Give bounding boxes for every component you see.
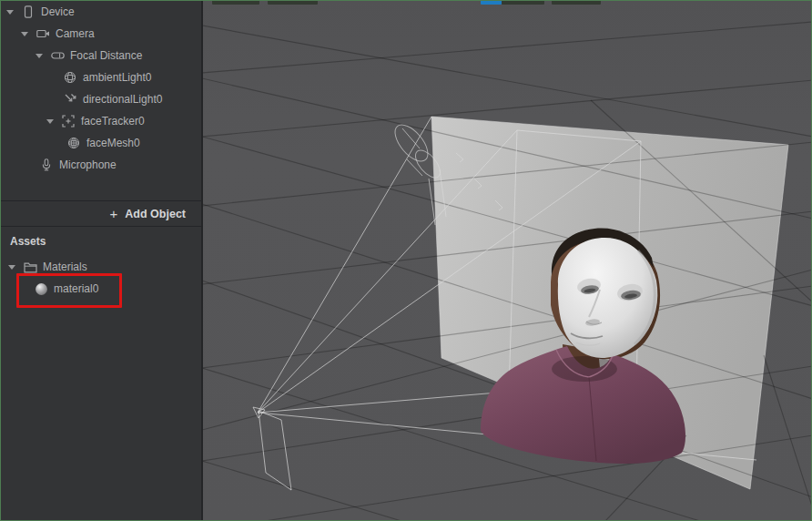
tree-item-label: Camera: [56, 27, 95, 40]
3d-viewport[interactable]: [203, 1, 812, 520]
tree-item-label: ambientLight0: [83, 71, 151, 84]
ambient-light-icon: [63, 70, 77, 85]
disclosure-triangle[interactable]: [36, 54, 50, 58]
device-phone-icon: [21, 5, 36, 19]
toolbar-button-remnant[interactable]: [212, 1, 259, 5]
focal-distance-icon: [50, 48, 65, 63]
tree-item-device[interactable]: Device: [1, 1, 201, 23]
tree-item-directional-light[interactable]: directionalLight0: [1, 88, 201, 110]
tree-item-label: Microphone: [59, 158, 117, 171]
assets-panel: Assets Materials material0: [1, 228, 201, 300]
tree-item-label: faceMesh0: [86, 137, 140, 149]
toolbar-button-remnant[interactable]: [502, 1, 544, 5]
plus-icon: +: [110, 206, 118, 221]
app-window: Device Camera Focal Distance: [0, 0, 812, 521]
tree-item-label: faceTracker0: [81, 115, 145, 128]
material-sphere-icon: [34, 281, 48, 296]
folder-icon: [23, 260, 37, 274]
tree-item-camera[interactable]: Camera: [1, 23, 201, 45]
add-object-button[interactable]: + Add Object: [1, 200, 201, 227]
assets-panel-title: Assets: [1, 228, 201, 253]
tree-item-ambient-light[interactable]: ambientLight0: [1, 66, 201, 88]
face-tracker-icon: [61, 114, 76, 128]
disclosure-triangle[interactable]: [46, 119, 61, 124]
scene-assets-panel: Device Camera Focal Distance: [1, 1, 201, 520]
add-object-label: Add Object: [125, 208, 186, 220]
microphone-icon: [39, 158, 54, 172]
disclosure-triangle[interactable]: [6, 10, 21, 15]
tree-item-face-mesh[interactable]: faceMesh0: [1, 132, 201, 154]
tree-item-focal-distance[interactable]: Focal Distance: [1, 45, 201, 66]
tree-item-label: Materials: [43, 260, 87, 273]
tree-item-materials-folder[interactable]: Materials: [1, 256, 201, 278]
tree-item-label: directionalLight0: [83, 93, 162, 106]
tree-item-face-tracker[interactable]: faceTracker0: [1, 110, 201, 132]
toolbar-button-remnant-active-accent[interactable]: [481, 1, 502, 5]
tree-item-material0[interactable]: material0: [1, 278, 201, 300]
3d-scene-canvas[interactable]: [203, 1, 812, 520]
face-mesh-icon: [66, 136, 81, 150]
tree-item-microphone[interactable]: Microphone: [1, 154, 201, 176]
directional-light-icon: [63, 92, 77, 107]
toolbar-button-remnant[interactable]: [268, 1, 318, 5]
scene-tree: Device Camera Focal Distance: [1, 1, 201, 176]
video-camera-icon: [36, 26, 50, 41]
tree-item-label: material0: [54, 282, 98, 295]
disclosure-triangle[interactable]: [21, 32, 36, 36]
toolbar-button-remnant[interactable]: [552, 1, 601, 5]
disclosure-triangle[interactable]: [8, 265, 23, 270]
tree-item-label: Device: [41, 5, 75, 18]
tree-item-label: Focal Distance: [70, 49, 142, 62]
